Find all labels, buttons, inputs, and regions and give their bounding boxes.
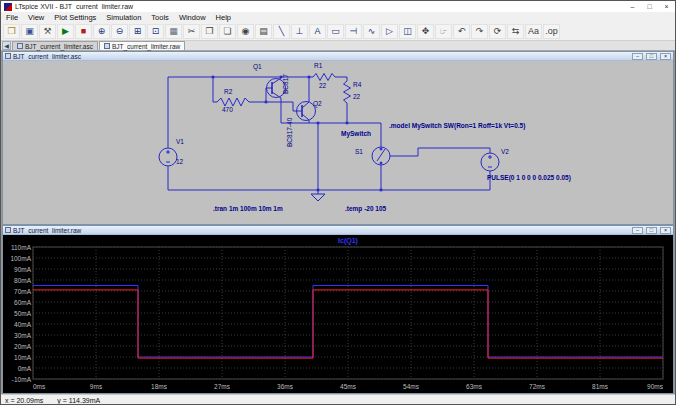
tab-bjt-current-limiter-asc[interactable]: BJT_current_limiter.asc [12, 41, 98, 50]
wires[interactable] [168, 74, 490, 191]
text-icon: Aa [528, 27, 539, 36]
inductor-button[interactable]: ∿ [363, 24, 380, 39]
q1-type-label: BC817 [283, 74, 290, 94]
waveform-restore-button[interactable]: □ [646, 227, 657, 234]
waveform-window-titlebar[interactable]: BJT_current_limiter.raw – □ × [3, 226, 673, 235]
x-tick-label: 45ms [340, 383, 357, 390]
menu-view[interactable]: View [23, 13, 49, 22]
cut-button[interactable]: ✂ [183, 24, 200, 39]
grid-button[interactable]: ▦ [165, 24, 182, 39]
waveform-file-icon [5, 227, 11, 233]
schematic-close-button[interactable]: × [660, 53, 671, 60]
copy-button[interactable]: ❐ [201, 24, 218, 39]
cursor-x-readout: x = 20.09ms [5, 397, 43, 404]
open-file-icon: ❒ [7, 27, 15, 36]
find-button[interactable]: ◉ [237, 24, 254, 39]
redo-button[interactable]: ↷ [471, 24, 488, 39]
drag-button[interactable]: ☞ [435, 24, 452, 39]
menu-bar: FileViewPlot SettingsSimulationToolsWind… [1, 12, 675, 22]
waveform-close-button[interactable]: × [660, 227, 671, 234]
undo-button[interactable]: ↶ [453, 24, 470, 39]
schematic-restore-button[interactable]: □ [646, 53, 657, 60]
y-tick-label: 30mA [14, 332, 32, 339]
x-tick-label: 63ms [466, 383, 483, 390]
close-button[interactable]: × [658, 1, 675, 12]
halt-button[interactable]: ■ [75, 24, 92, 39]
x-tick-label: 90ms [647, 383, 664, 390]
run-button[interactable]: ▶ [57, 24, 74, 39]
waveform-plot[interactable]: 110mA100mA90mA80mA70mA60mA50mA40mA30mA20… [3, 235, 671, 393]
save-icon: ▣ [25, 27, 34, 36]
resistor-button[interactable]: ▭ [327, 24, 344, 39]
waveform-plot-canvas[interactable]: 110mA100mA90mA80mA70mA60mA50mA40mA30mA20… [3, 235, 673, 393]
menu-simulation[interactable]: Simulation [101, 13, 146, 22]
zoom-out-button[interactable]: ⊖ [111, 24, 128, 39]
print-button[interactable]: ▤ [255, 24, 272, 39]
ground-icon: ⊥ [296, 27, 304, 36]
menu-file[interactable]: File [1, 13, 23, 22]
tab-bar: ◀ BJT_current_limiter.ascBJT_current_lim… [1, 41, 675, 51]
switch-S1-symbol[interactable] [372, 147, 390, 165]
component-button[interactable]: ◫ [399, 24, 416, 39]
resistor-R4-symbol[interactable] [344, 81, 351, 103]
wire-icon: ╲ [279, 27, 284, 36]
menu-window[interactable]: Window [174, 13, 211, 22]
q2-name-label: Q2 [313, 101, 322, 108]
schematic-file-icon [104, 43, 110, 49]
save-button[interactable]: ▣ [21, 24, 38, 39]
spice-directive-button[interactable]: .op [543, 24, 560, 39]
capacitor-button[interactable]: ⊣ [345, 24, 362, 39]
x-tick-label: 72ms [529, 383, 546, 390]
diode-icon: ▷ [386, 27, 393, 36]
paste-button[interactable]: ❏ [219, 24, 236, 39]
waveform-minimize-button[interactable]: – [632, 227, 643, 234]
menu-tools[interactable]: Tools [146, 13, 174, 22]
model-directive-label: .model MySwitch SW(Ron=1 Roff=1k Vt=0.5) [389, 123, 525, 130]
resistor-R2-symbol[interactable] [217, 98, 249, 106]
print-icon: ▤ [259, 27, 268, 36]
resistor-R1-symbol[interactable] [313, 74, 335, 81]
component-icon: ◫ [403, 27, 412, 36]
app-icon [4, 3, 12, 11]
maximize-button[interactable]: □ [641, 1, 658, 12]
schematic-window-title: BJT_current_limiter.asc [13, 53, 629, 60]
tab-bjt-current-limiter-raw[interactable]: BJT_current_limiter.raw [99, 41, 185, 50]
v2-value-label: PULSE(0 1 0 0 0 0.025 0.05) [487, 175, 571, 182]
x-tick-label: 9ms [90, 383, 103, 390]
zoom-in-button[interactable]: ⊕ [93, 24, 110, 39]
menu-help[interactable]: Help [211, 13, 236, 22]
text-button[interactable]: Aa [525, 24, 542, 39]
switch-model-name-label: MySwitch [341, 131, 371, 138]
schematic-minimize-button[interactable]: – [632, 53, 643, 60]
x-tick-label: 36ms [277, 383, 294, 390]
run-icon: ▶ [62, 27, 69, 36]
control-panel-button[interactable]: ⚒ [39, 24, 56, 39]
schematic-window: BJT_current_limiter.asc – □ × [2, 51, 674, 225]
wire-button[interactable]: ╲ [273, 24, 290, 39]
schematic-window-titlebar[interactable]: BJT_current_limiter.asc – □ × [3, 52, 673, 61]
zoom-area-button[interactable]: ⊞ [129, 24, 146, 39]
mirror-button[interactable]: ⇆ [507, 24, 524, 39]
x-tick-label: 27ms [214, 383, 231, 390]
tab-scroll-left-icon[interactable]: ◀ [2, 41, 11, 50]
zoom-full-icon: ⊡ [152, 27, 160, 36]
waveform-window-title: BJT_current_limiter.raw [13, 227, 629, 234]
drag-icon: ☞ [439, 27, 447, 36]
schematic-canvas[interactable]: V1 12 R2 470 Q1 BC817 R1 22 R4 22 Q2 BC8… [3, 61, 673, 224]
diode-button[interactable]: ▷ [381, 24, 398, 39]
zoom-full-button[interactable]: ⊡ [147, 24, 164, 39]
schematic-drawing [3, 61, 673, 224]
y-tick-label: 20mA [14, 343, 32, 350]
move-button[interactable]: ✥ [417, 24, 434, 39]
undo-icon: ↶ [458, 27, 466, 36]
ground-button[interactable]: ⊥ [291, 24, 308, 39]
r1-name-label: R1 [314, 63, 322, 70]
net-label-button[interactable]: A [309, 24, 326, 39]
minimize-button[interactable]: – [624, 1, 641, 12]
ground-symbol[interactable] [311, 190, 325, 201]
rotate-button[interactable]: ⟳ [489, 24, 506, 39]
voltage-source-V2-symbol[interactable] [481, 153, 499, 171]
voltage-source-V1-symbol[interactable] [159, 148, 177, 166]
menu-plot-settings[interactable]: Plot Settings [49, 13, 101, 22]
open-file-button[interactable]: ❒ [3, 24, 20, 39]
